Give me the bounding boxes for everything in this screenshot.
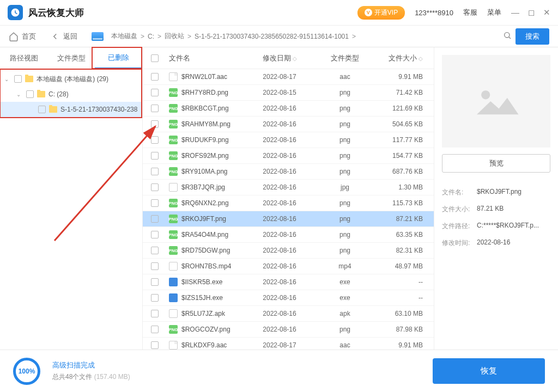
file-size: 117.77 KB xyxy=(375,136,434,144)
file-row[interactable]: PNG$RQ6NXN2.png2022-08-16png115.73 KB xyxy=(143,195,434,211)
file-date: 2022-08-17 xyxy=(244,73,315,81)
minimize-icon[interactable]: — xyxy=(511,8,519,17)
file-checkbox[interactable] xyxy=(151,262,159,270)
file-row[interactable]: $RLKDXF9.aac2022-08-17aac9.91 MB xyxy=(143,338,434,350)
tree-checkbox[interactable] xyxy=(38,106,46,113)
tab-type[interactable]: 文件类型 xyxy=(47,47,95,69)
file-size: 1.30 MB xyxy=(375,183,434,191)
file-type-icon xyxy=(169,293,178,302)
file-checkbox[interactable] xyxy=(151,341,159,349)
file-row[interactable]: $R3B7JQR.jpg2022-08-16jpg1.30 MB xyxy=(143,180,434,195)
file-row[interactable]: PNG$RUDUKF9.png2022-08-16png117.77 KB xyxy=(143,132,434,148)
col-type[interactable]: 文件类型 xyxy=(315,53,375,63)
file-row[interactable]: $IISKR5B.exe2022-08-16exe-- xyxy=(143,274,434,290)
help-link[interactable]: 客服 xyxy=(463,8,477,17)
file-name: $RY910MA.png xyxy=(181,168,228,175)
file-row[interactable]: $R5LU7JZ.apk2022-08-16apk63.10 MB xyxy=(143,306,434,322)
file-type-icon: PNG xyxy=(169,136,178,144)
file-row[interactable]: PNG$RAHMY8M.png2022-08-16png504.65 KB xyxy=(143,117,434,132)
file-name: $RKOJ9FT.png xyxy=(181,215,226,223)
tree-item[interactable]: S-1-5-21-1730037430-238 xyxy=(0,102,142,117)
file-row[interactable]: PNG$RBKBCGT.png2022-08-16png121.69 KB xyxy=(143,101,434,117)
menu-link[interactable]: 菜单 xyxy=(487,8,501,17)
file-type-icon: PNG xyxy=(169,325,178,334)
file-type: png xyxy=(315,120,375,128)
file-size: 687.76 KB xyxy=(375,168,434,175)
tab-path[interactable]: 路径视图 xyxy=(0,47,47,69)
folder-tree: ⌄本地磁盘 (本地磁盘) (29)⌄C: (28)S-1-5-21-173003… xyxy=(0,69,142,117)
svg-point-1 xyxy=(481,90,490,99)
file-row[interactable]: PNG$ROFS92M.png2022-08-16png154.77 KB xyxy=(143,148,434,164)
file-checkbox[interactable] xyxy=(151,199,159,207)
file-checkbox[interactable] xyxy=(151,136,159,144)
file-row[interactable]: PNG$RA54O4M.png2022-08-16png63.35 KB xyxy=(143,227,434,243)
file-name: $RD75DGW.png xyxy=(181,247,230,254)
file-row[interactable]: PNG$RY910MA.png2022-08-16png687.76 KB xyxy=(143,164,434,180)
close-icon[interactable]: ✕ xyxy=(543,8,550,17)
file-checkbox[interactable] xyxy=(151,310,159,317)
file-checkbox[interactable] xyxy=(151,152,159,160)
file-checkbox[interactable] xyxy=(151,73,159,81)
file-name: $RLKDXF9.aac xyxy=(181,341,227,349)
titlebar: 风云恢复大师 V开通VIP 123****8910 客服 菜单 — ◻ ✕ xyxy=(0,0,558,26)
file-row[interactable]: PNG$RH7Y8RD.png2022-08-15png71.42 KB xyxy=(143,85,434,101)
file-date: 2022-08-16 xyxy=(244,168,315,175)
search-button[interactable]: 搜索 xyxy=(515,28,549,45)
file-name: $IISKR5B.exe xyxy=(181,278,222,286)
meta-name-label: 文件名: xyxy=(442,188,477,197)
file-name: $R3B7JQR.jpg xyxy=(181,183,225,191)
select-all-checkbox[interactable] xyxy=(151,54,159,62)
file-row[interactable]: $ROHN7BS.mp42022-08-16mp448.97 MB xyxy=(143,259,434,274)
search-icon[interactable] xyxy=(499,31,515,42)
file-date: 2022-08-16 xyxy=(244,231,315,238)
file-checkbox[interactable] xyxy=(151,215,159,223)
file-type-icon: PNG xyxy=(169,199,178,207)
tree-item[interactable]: ⌄C: (28) xyxy=(0,87,142,102)
tree-label: C: (28) xyxy=(48,90,69,98)
file-checkbox[interactable] xyxy=(151,278,159,286)
file-row[interactable]: $IZS15JH.exe2022-08-16exe-- xyxy=(143,290,434,306)
file-type: png xyxy=(315,89,375,96)
file-checkbox[interactable] xyxy=(151,120,159,128)
file-checkbox[interactable] xyxy=(151,105,159,112)
file-checkbox[interactable] xyxy=(151,168,159,175)
file-name: $ROGCOZV.png xyxy=(181,326,231,333)
file-checkbox[interactable] xyxy=(151,326,159,333)
file-row[interactable]: PNG$RD75DGW.png2022-08-16png82.31 KB xyxy=(143,243,434,259)
file-checkbox[interactable] xyxy=(151,247,159,254)
vip-button[interactable]: V开通VIP xyxy=(357,6,405,20)
recover-button[interactable]: 恢复 xyxy=(433,358,545,384)
folder-icon xyxy=(49,106,57,113)
file-checkbox[interactable] xyxy=(151,183,159,191)
file-name: $RQ6NXN2.png xyxy=(181,199,229,207)
file-size: -- xyxy=(375,294,434,302)
user-id[interactable]: 123****8910 xyxy=(415,9,453,17)
file-size: 63.10 MB xyxy=(375,310,434,317)
breadcrumb[interactable]: 本地磁盘 > C: > 回收站 > S-1-5-21-1730037430-23… xyxy=(111,32,495,41)
tree-item[interactable]: ⌄本地磁盘 (本地磁盘) (29) xyxy=(0,71,142,87)
file-type: png xyxy=(315,326,375,333)
preview-button[interactable]: 预览 xyxy=(442,154,550,173)
col-name[interactable]: 文件名 xyxy=(167,53,244,63)
col-size[interactable]: 文件大小◇ xyxy=(375,53,434,63)
maximize-icon[interactable]: ◻ xyxy=(528,8,535,17)
file-size: 9.91 MB xyxy=(375,341,434,349)
tab-deleted[interactable]: 已删除 xyxy=(95,47,142,69)
file-checkbox[interactable] xyxy=(151,294,159,302)
file-type: exe xyxy=(315,294,375,302)
tree-checkbox[interactable] xyxy=(26,90,34,98)
home-button[interactable]: 首页 xyxy=(9,32,36,41)
file-row[interactable]: $RNW2L0T.aac2022-08-17aac9.91 MB xyxy=(143,69,434,85)
file-row[interactable]: PNG$RKOJ9FT.png2022-08-16png87.21 KB xyxy=(143,211,434,227)
file-type-icon: PNG xyxy=(169,215,178,223)
file-checkbox[interactable] xyxy=(151,89,159,96)
col-date[interactable]: 修改日期◇ xyxy=(244,53,315,63)
file-checkbox[interactable] xyxy=(151,231,159,238)
file-row[interactable]: PNG$ROGCOZV.png2022-08-16png87.98 KB xyxy=(143,322,434,338)
file-type: png xyxy=(315,136,375,144)
back-button[interactable]: 返回 xyxy=(50,32,77,41)
tree-checkbox[interactable] xyxy=(14,75,22,83)
file-size: 63.35 KB xyxy=(375,231,434,238)
file-name: $RA54O4M.png xyxy=(181,231,228,238)
app-logo xyxy=(8,5,23,20)
